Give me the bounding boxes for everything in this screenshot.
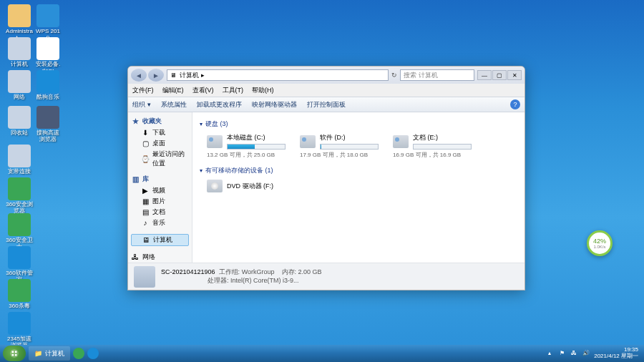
toolbar-button[interactable]: 打开控制面板 <box>307 100 346 109</box>
address-bar[interactable]: 🖥 计算机 ▸ <box>167 69 389 81</box>
close-button[interactable]: ✕ <box>507 70 522 80</box>
dvd-icon <box>207 180 223 192</box>
sidebar-item[interactable]: ⌚最近访问的位置 <box>131 149 189 169</box>
sidebar-favorites-header[interactable]: ★收藏夹 <box>131 117 189 126</box>
toolbar-button[interactable]: 系统属性 <box>161 100 187 109</box>
search-input[interactable]: 搜索 计算机 <box>400 69 474 81</box>
explorer-window: ◄ ► 🖥 计算机 ▸ ↻ 搜索 计算机 — ▢ ✕ 文件(F)编辑(E)查看(… <box>127 66 525 290</box>
toolbar-button[interactable]: 组织 ▾ <box>132 100 151 109</box>
menu-item[interactable]: 文件(F) <box>132 86 154 95</box>
desktop-icon[interactable]: 回收站 <box>6 106 33 137</box>
library-icon: ▥ <box>131 175 140 184</box>
app-icon <box>8 312 31 335</box>
nav-icon: ⌚ <box>141 155 150 163</box>
desktop-icon[interactable]: 计算机 <box>6 37 33 68</box>
system-tray: ▴ ⚑ 🖧 🔊 19:35 2021/4/12 星期一 <box>548 347 641 360</box>
app-icon <box>8 279 31 302</box>
desktop-icon[interactable]: 360安全浏览器 <box>6 177 33 215</box>
nav-icon: ▤ <box>141 208 150 217</box>
taskbar-pinned-360[interactable] <box>73 348 84 359</box>
app-icon <box>8 177 31 200</box>
computer-icon: 🖥 <box>142 236 150 245</box>
minimize-button[interactable]: — <box>477 70 492 80</box>
sidebar-computer[interactable]: 🖥计算机 <box>131 234 189 246</box>
desktop-icon[interactable]: Administrat... <box>6 4 33 41</box>
tray-network-icon[interactable]: 🖧 <box>571 350 578 357</box>
toolbar-button[interactable]: 卸载或更改程序 <box>197 100 242 109</box>
hdd-icon <box>300 135 316 148</box>
command-bar: 组织 ▾系统属性卸载或更改程序映射网络驱动器打开控制面板? <box>128 97 525 112</box>
sidebar-item[interactable]: ▦图片 <box>131 196 189 207</box>
app-icon <box>36 37 59 60</box>
drive-item[interactable]: 文档 (E:)16.9 GB 可用，共 16.9 GB <box>393 133 472 159</box>
help-button[interactable]: ? <box>510 99 520 109</box>
breadcrumb[interactable]: 计算机 ▸ <box>180 71 205 80</box>
group-header-hdd[interactable]: 硬盘 (3) <box>200 119 517 129</box>
nav-icon: ▦ <box>141 197 150 206</box>
desktop-icon[interactable]: 搜狗高速浏览器 <box>34 106 62 143</box>
tray-flag-icon[interactable]: ⚑ <box>560 350 567 357</box>
nav-icon: ⬇ <box>141 129 150 137</box>
hdd-icon <box>393 135 409 148</box>
nav-forward-button[interactable]: ► <box>148 69 164 82</box>
maximize-button[interactable]: ▢ <box>492 70 507 80</box>
start-button[interactable] <box>3 346 26 361</box>
tray-volume-icon[interactable]: 🔊 <box>582 350 590 357</box>
taskbar-item-explorer[interactable]: 📁 计算机 <box>29 346 70 361</box>
desktop-icon[interactable]: WPS 2019 <box>34 4 62 41</box>
app-icon <box>8 145 31 167</box>
sidebar-item[interactable]: ▶视频 <box>131 185 189 196</box>
hdd-icon <box>207 135 223 148</box>
sidebar-item[interactable]: ♪音乐 <box>131 217 189 228</box>
folder-icon: 📁 <box>34 350 42 357</box>
menu-item[interactable]: 帮助(H) <box>252 86 274 95</box>
desktop-icon[interactable]: 360软件管家 <box>6 246 33 283</box>
svg-point-0 <box>10 349 19 358</box>
sidebar-item[interactable]: ▢桌面 <box>131 138 189 149</box>
drive-item[interactable]: 本地磁盘 (C:)13.2 GB 可用，共 25.0 GB <box>207 133 286 159</box>
app-icon <box>36 70 59 93</box>
nav-back-button[interactable]: ◄ <box>131 69 147 82</box>
menu-item[interactable]: 编辑(E) <box>162 86 184 95</box>
app-icon <box>8 4 31 27</box>
nav-icon: ▶ <box>141 187 150 195</box>
dvd-drive[interactable]: DVD 驱动器 (F:) <box>200 180 517 192</box>
desktop-icon[interactable]: 360杀毒 <box>6 279 33 310</box>
app-icon <box>8 70 31 93</box>
group-header-removable[interactable]: 有可移动存储的设备 (1) <box>200 166 517 175</box>
menu-bar: 文件(F)编辑(E)查看(V)工具(T)帮助(H) <box>128 84 525 97</box>
desktop-icon[interactable]: 酷狗音乐 <box>34 70 62 101</box>
content-pane: 硬盘 (3) 本地磁盘 (C:)13.2 GB 可用，共 25.0 GB软件 (… <box>192 112 525 263</box>
desktop-icon[interactable]: 宽带连接 <box>6 145 33 175</box>
app-icon <box>36 106 59 129</box>
sidebar-item[interactable]: ▤文档 <box>131 207 189 217</box>
network-speed-gadget[interactable]: 42% 1.0K/s <box>587 230 613 256</box>
app-icon <box>36 4 59 27</box>
star-icon: ★ <box>131 117 140 126</box>
desktop-icon[interactable]: 360安全卫士 <box>6 213 33 250</box>
desktop-icon[interactable]: 2345加速浏览器 <box>6 312 33 349</box>
menu-item[interactable]: 工具(T) <box>223 86 244 95</box>
nav-icon: ▢ <box>141 140 150 148</box>
network-icon: 🖧 <box>131 253 140 262</box>
app-icon <box>8 246 31 269</box>
taskbar-pinned-kugou[interactable] <box>87 348 99 359</box>
nav-pane: ★收藏夹 ⬇下载▢桌面⌚最近访问的位置 ▥库 ▶视频▦图片▤文档♪音乐 🖥计算机… <box>128 112 192 263</box>
desktop-icon[interactable]: 安装必备.docx <box>34 37 62 74</box>
sidebar-network[interactable]: 🖧网络 <box>131 252 189 263</box>
sidebar-libraries-header[interactable]: ▥库 <box>131 175 189 184</box>
app-icon <box>8 106 31 129</box>
taskbar: 📁 计算机 ▴ ⚑ 🖧 🔊 19:35 2021/4/12 星期一 <box>0 345 644 362</box>
desktop-icon[interactable]: 网络 <box>6 70 33 101</box>
window-titlebar[interactable]: ◄ ► 🖥 计算机 ▸ ↻ 搜索 计算机 — ▢ ✕ <box>128 67 525 84</box>
sidebar-item[interactable]: ⬇下载 <box>131 127 189 138</box>
computer-icon: 🖥 <box>170 72 177 79</box>
menu-item[interactable]: 查看(V) <box>192 86 214 95</box>
app-icon <box>8 37 31 60</box>
refresh-icon[interactable]: ↻ <box>391 72 397 79</box>
drive-item[interactable]: 软件 (D:)17.9 GB 可用，共 18.0 GB <box>300 133 379 159</box>
nav-icon: ♪ <box>141 219 150 228</box>
toolbar-button[interactable]: 映射网络驱动器 <box>252 100 297 109</box>
taskbar-clock[interactable]: 19:35 2021/4/12 星期一 <box>594 347 641 360</box>
tray-up-icon[interactable]: ▴ <box>548 350 555 357</box>
